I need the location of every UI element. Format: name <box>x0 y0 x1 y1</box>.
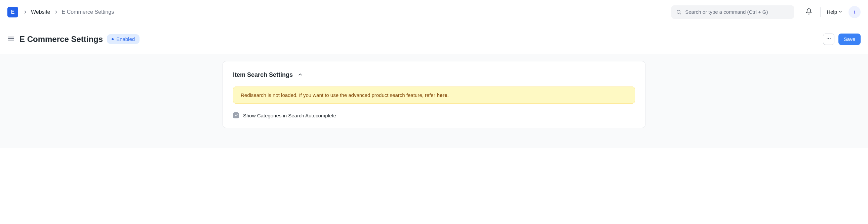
svg-point-7 <box>830 38 830 39</box>
breadcrumb: Website E Commerce Settings <box>23 9 114 15</box>
svg-line-1 <box>680 13 681 14</box>
breadcrumb-website[interactable]: Website <box>31 9 51 15</box>
section-header: Item Search Settings <box>233 71 635 78</box>
nav-right: Help t <box>803 6 861 18</box>
app-logo[interactable]: E <box>7 7 18 17</box>
alert-text-before: Redisearch is not loaded. If you want to… <box>241 92 437 98</box>
menu-icon <box>7 35 15 43</box>
svg-point-0 <box>677 10 680 13</box>
show-categories-checkbox[interactable] <box>233 112 239 118</box>
breadcrumb-current: E Commerce Settings <box>62 9 114 15</box>
page-header: E Commerce Settings Enabled Save <box>0 24 868 54</box>
checkbox-row: Show Categories in Search Autocomplete <box>233 112 635 118</box>
chevron-right-icon <box>54 10 59 14</box>
top-navbar: E Website E Commerce Settings Help <box>0 0 868 24</box>
search-icon <box>676 9 681 15</box>
svg-point-5 <box>827 38 827 39</box>
page-title: E Commerce Settings <box>20 35 103 44</box>
warning-alert: Redisearch is not loaded. If you want to… <box>233 86 635 104</box>
chevron-down-icon <box>838 9 842 15</box>
save-button[interactable]: Save <box>838 34 861 45</box>
alert-link-here[interactable]: here <box>437 92 447 98</box>
search-container <box>671 5 794 19</box>
more-actions-button[interactable] <box>823 34 834 45</box>
status-dot-icon <box>112 38 114 40</box>
chevron-right-icon <box>23 10 28 14</box>
divider <box>820 7 820 17</box>
search-input[interactable] <box>671 5 794 19</box>
settings-card: Item Search Settings Redisearch is not l… <box>222 61 646 128</box>
user-avatar[interactable]: t <box>848 6 861 18</box>
collapse-toggle[interactable] <box>298 72 303 78</box>
status-label: Enabled <box>116 36 135 42</box>
main-content: Item Search Settings Redisearch is not l… <box>0 54 868 148</box>
help-label: Help <box>827 9 837 15</box>
notifications-button[interactable] <box>803 7 814 17</box>
ellipsis-icon <box>826 36 831 42</box>
bell-icon <box>805 8 812 16</box>
svg-point-6 <box>828 38 829 39</box>
status-badge[interactable]: Enabled <box>107 34 140 44</box>
alert-text-after: . <box>447 92 449 98</box>
help-dropdown[interactable]: Help <box>827 9 842 15</box>
check-icon <box>234 113 238 118</box>
avatar-letter: t <box>854 9 855 15</box>
chevron-up-icon <box>298 72 303 78</box>
section-title: Item Search Settings <box>233 71 293 78</box>
sidebar-toggle[interactable] <box>7 35 15 43</box>
show-categories-label[interactable]: Show Categories in Search Autocomplete <box>243 113 336 118</box>
app-logo-letter: E <box>11 9 15 15</box>
